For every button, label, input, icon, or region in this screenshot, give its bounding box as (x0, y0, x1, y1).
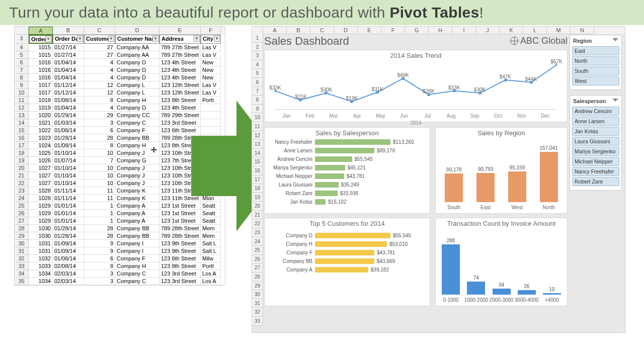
row-header[interactable]: 8 (252, 96, 263, 105)
row-header[interactable]: 22 (252, 219, 263, 228)
row-header[interactable]: 24 (252, 237, 263, 246)
slicer-option[interactable]: Andrew Cencini (572, 107, 619, 116)
row-header[interactable]: 6 (252, 78, 263, 87)
row-header[interactable]: 33 (252, 317, 263, 326)
row-header[interactable]: 20 (252, 202, 263, 211)
table-header[interactable]: Order Da▾ (53, 35, 84, 44)
filter-dropdown-icon[interactable]: ▾ (194, 36, 200, 42)
col-header[interactable]: F (201, 27, 221, 35)
col-header[interactable]: H (429, 27, 452, 34)
row-header[interactable]: 5 (252, 69, 263, 78)
col-header[interactable]: D (334, 27, 358, 34)
row-header[interactable]: 10 (252, 113, 263, 122)
row-header[interactable]: 19 (252, 193, 263, 202)
slicer-option[interactable]: West (572, 76, 619, 85)
row-header[interactable]: 3 (252, 51, 263, 60)
row-header[interactable]: 28 (252, 273, 263, 282)
slicer-option[interactable]: Michael Neipper (572, 157, 619, 166)
col-header[interactable] (15, 27, 29, 35)
col-header[interactable]: E (358, 27, 381, 34)
slicer-option[interactable]: Jan Kotas (572, 127, 619, 136)
row-header[interactable]: 7 (252, 87, 263, 96)
table-header[interactable]: Address▾ (159, 35, 201, 44)
table-header[interactable]: Customer Nan▾ (115, 35, 159, 44)
row-header[interactable]: 17 (252, 175, 263, 185)
table-header[interactable]: Customer▾ (84, 35, 115, 44)
salesperson-slicer[interactable]: Salesperson Andrew CenciniAnne LarsenJan… (570, 95, 622, 191)
col-header[interactable]: M (547, 27, 571, 34)
slicer-option[interactable]: Laura Giussani (572, 137, 619, 146)
col-header[interactable]: F (381, 27, 405, 34)
row-header[interactable]: 26 (252, 255, 263, 264)
row-header[interactable]: 25 (252, 246, 263, 255)
filter-dropdown-icon[interactable]: ▾ (108, 36, 114, 42)
row-header[interactable]: 14 (252, 149, 263, 158)
slicer-option[interactable]: Nancy Freehafer (572, 167, 619, 176)
row-header[interactable]: 2 (252, 43, 263, 52)
row-header[interactable]: 32 (252, 308, 263, 317)
slicer-option[interactable]: Mariya Sergienko (572, 147, 619, 156)
table-row[interactable]: 10101701/12/1412Company L123 12th Street… (15, 89, 225, 97)
table-row[interactable]: 34103402/03/143Company C123 3rd StreetLo… (15, 270, 225, 278)
table-row[interactable]: 9101701/12/1412Company L123 12th StreetL… (15, 81, 225, 89)
filter-dropdown-icon[interactable]: ▾ (45, 36, 51, 42)
invoice-chart[interactable]: Transaction Count by Invoice Amount 2880… (435, 218, 568, 306)
col-header[interactable]: B (287, 27, 310, 34)
col-header[interactable]: I (452, 27, 476, 34)
table-header[interactable]: City▾ (201, 35, 221, 44)
filter-dropdown-icon[interactable]: ▾ (77, 36, 83, 42)
filter-icon[interactable] (612, 38, 618, 43)
col-header[interactable]: E (159, 27, 201, 35)
row-header[interactable]: 18 (252, 184, 263, 193)
row-header[interactable]: 27 (252, 263, 263, 273)
filter-dropdown-icon[interactable]: ▾ (214, 36, 220, 42)
col-header[interactable]: C (84, 27, 115, 35)
col-header[interactable]: A (29, 27, 53, 35)
row-header[interactable]: 30 (252, 290, 263, 299)
row-header[interactable]: 31 (252, 299, 263, 308)
row-header[interactable]: 1 (252, 34, 263, 43)
dashboard-sheet[interactable]: ABCDEFGHIJKLMN 1234567891011121314151617… (252, 26, 625, 333)
col-header[interactable]: D (115, 27, 159, 35)
table-row[interactable]: 8101601/04/144Company D123 4th StreetNew (15, 74, 225, 81)
slicer-option[interactable]: South (572, 66, 619, 75)
row-header[interactable]: 12 (252, 131, 263, 140)
sales-trend-chart[interactable]: 2014 Sales Trend $33K$21K$30K$19K$31K$49… (264, 50, 568, 122)
table-row[interactable]: 7101601/04/144Company D123 4th StreetNew (15, 66, 225, 74)
col-header[interactable] (252, 27, 263, 34)
col-header[interactable]: A (263, 27, 287, 34)
filter-icon[interactable] (612, 99, 618, 104)
customers-chart[interactable]: Top 5 Customers for 2014 Company D$55,54… (264, 218, 430, 306)
table-row[interactable]: 5101501/27/1427Company AA789 27th Street… (15, 51, 225, 59)
col-header[interactable]: J (476, 27, 500, 34)
row-header[interactable]: 13 (252, 140, 263, 149)
table-row[interactable]: 30103101/09/149Company I123 9th StreetSa… (15, 240, 225, 247)
row-header[interactable]: 11 (252, 122, 263, 131)
row-header[interactable]: 16 (252, 166, 263, 175)
table-row[interactable]: 35103402/03/143Company C123 3rd StreetLo… (15, 278, 225, 285)
slicer-option[interactable]: Robert Zare (572, 177, 619, 186)
slicer-option[interactable]: East (572, 46, 619, 55)
slicer-option[interactable]: North (572, 56, 619, 65)
table-row[interactable]: 6101601/04/144Company D123 4th StreetNew (15, 59, 225, 66)
filter-dropdown-icon[interactable]: ▾ (152, 36, 158, 42)
region-slicer[interactable]: Region EastNorthSouthWest (570, 35, 622, 90)
salesperson-chart[interactable]: Sales by Salesperson Nancy Freehafer$113… (264, 127, 430, 214)
table-header[interactable]: Order▾ (29, 35, 53, 44)
slicer-option[interactable]: Anne Larsen (572, 117, 619, 126)
table-row[interactable]: 33103302/08/148Company H123 8th StreetPo… (15, 262, 225, 270)
table-row[interactable]: 32103201/06/146Company F123 6th StreetMi… (15, 255, 225, 262)
row-header[interactable]: 29 (252, 282, 263, 291)
table-row[interactable]: 4101501/27/1427Company AA789 27th Street… (15, 44, 225, 51)
table-row[interactable]: 31103101/09/149Company I123 9th StreetSa… (15, 247, 225, 255)
col-header[interactable]: L (523, 27, 547, 34)
table-row[interactable]: 29103001/28/1428Company BB789 28th Stree… (15, 232, 225, 240)
row-header[interactable]: 9 (252, 105, 263, 114)
col-header[interactable]: N (571, 27, 594, 34)
row-header[interactable]: 15 (252, 157, 263, 166)
row-header[interactable]: 23 (252, 228, 263, 237)
col-header[interactable]: C (310, 27, 334, 34)
col-header[interactable]: K (500, 27, 523, 34)
col-header[interactable]: B (53, 27, 84, 35)
row-header[interactable]: 4 (252, 60, 263, 69)
